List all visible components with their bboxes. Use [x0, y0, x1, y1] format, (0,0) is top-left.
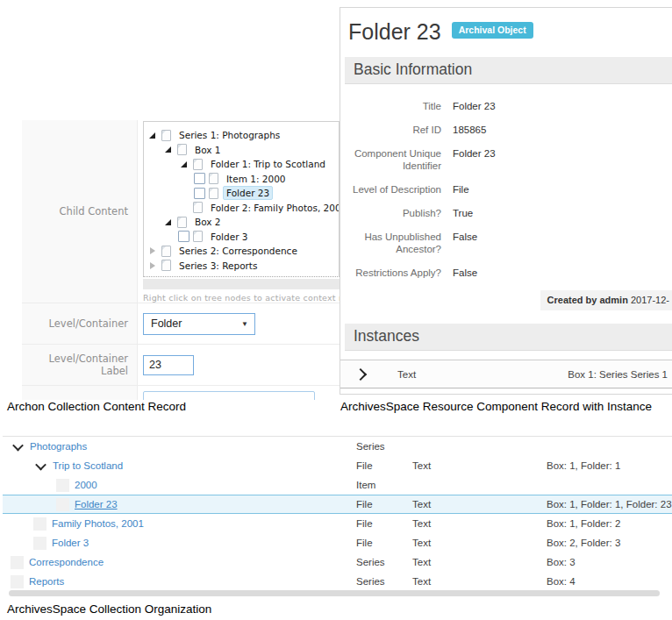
tree-node[interactable]: Series 2: Correspondence	[147, 244, 339, 259]
select-caret-icon: ▼	[241, 320, 248, 328]
container-label-input[interactable]	[143, 355, 194, 375]
tree-node[interactable]: Series 1: Photographs	[147, 128, 339, 143]
row-title-link[interactable]: Folder 3	[52, 538, 89, 548]
tree-node-label: Item 1: 2000	[223, 172, 290, 186]
expander-open-icon[interactable]	[162, 144, 174, 155]
record-field: TitleFolder 23	[347, 100, 672, 112]
tree-node[interactable]: Series 3: Reports	[147, 259, 339, 274]
table-row[interactable]: PhotographsSeries	[3, 437, 672, 456]
row-title-cell: Folder 3	[3, 537, 351, 550]
child-content-label: Child Content	[22, 120, 138, 303]
tree-node-label: Series 2: Correspondence	[175, 244, 301, 258]
toggle-placeholder	[56, 479, 69, 492]
row-container: Box: 3	[547, 557, 672, 567]
tree-node[interactable]: Folder 3	[147, 230, 339, 245]
expander-closed-icon[interactable]	[147, 260, 158, 271]
row-title-link[interactable]: Family Photos, 2001	[52, 518, 144, 529]
tree-node[interactable]: Item 1: 2000	[147, 172, 339, 187]
checkbox[interactable]	[194, 188, 205, 199]
field-value: File	[453, 183, 469, 196]
row-container: Box: 4	[547, 576, 672, 587]
org-caption: ArchivesSpace Collection Organization	[7, 602, 211, 616]
row-instance-type: Text	[412, 576, 547, 587]
table-row[interactable]: ReportsSeriesTextBox: 4	[3, 572, 672, 591]
row-container: Box: 2, Folder: 3	[547, 538, 672, 548]
instance-type: Text	[397, 369, 416, 380]
document-icon	[161, 246, 171, 257]
field-value: False	[453, 267, 477, 279]
row-title-cell: Folder 23	[3, 498, 351, 511]
table-row[interactable]: Trip to ScotlandFileTextBox: 1, Folder: …	[3, 456, 672, 475]
instances-section-header: Instances	[345, 324, 672, 351]
row-title-link[interactable]: Trip to Scotland	[53, 460, 123, 471]
child-content-row: Child Content Series 1: PhotographsBox 1…	[22, 120, 340, 303]
table-row[interactable]: Family Photos, 2001FileTextBox: 1, Folde…	[3, 514, 672, 533]
document-icon	[193, 159, 203, 170]
checkbox[interactable]	[178, 231, 189, 242]
toggle-placeholder	[33, 537, 46, 550]
table-row[interactable]: CorrespondenceSeriesTextBox: 3	[3, 552, 672, 572]
row-title-cell: Reports	[3, 575, 351, 588]
expander-open-icon[interactable]	[147, 130, 158, 141]
row-title-link[interactable]: 2000	[75, 480, 97, 490]
tree-node[interactable]: Folder 23	[147, 186, 339, 201]
row-title-cell: Photographs	[3, 439, 351, 453]
row-level: Item	[351, 480, 412, 490]
title-input[interactable]	[143, 391, 315, 400]
table-row[interactable]: 2000Item	[3, 475, 672, 495]
row-instance-type: Text	[412, 460, 547, 471]
row-title-link[interactable]: Correspondence	[29, 557, 104, 567]
record-field: Has Unpublished Ancestor?False	[347, 231, 672, 255]
row-level: File	[351, 538, 412, 548]
tree-node-label: Folder 2: Family Photos, 2001	[207, 201, 340, 215]
title-label: Title	[22, 386, 138, 400]
caret-down-icon[interactable]	[11, 439, 25, 453]
caret-down-icon[interactable]	[33, 459, 47, 473]
document-icon	[193, 202, 203, 213]
collection-organization-table: PhotographsSeriesTrip to ScotlandFileTex…	[3, 436, 672, 591]
expander-closed-icon[interactable]	[147, 246, 158, 257]
tree-hint-text: Right click on tree nodes to activate co…	[143, 293, 340, 303]
field-label: Component Unique Identifier	[347, 147, 441, 172]
field-label: Title	[347, 100, 441, 112]
row-level: Series	[351, 441, 412, 452]
instance-row[interactable]: Text Box 1: Series Series 1	[340, 360, 672, 388]
tree-node[interactable]: Folder 2: Family Photos, 2001	[147, 201, 339, 216]
horizontal-scrollbar[interactable]	[9, 590, 660, 596]
expander-open-icon[interactable]	[178, 159, 189, 170]
tree-node[interactable]: Folder 1: Trip to Scotland	[147, 157, 339, 172]
instance-container: Box 1: Series Series 1	[568, 369, 668, 380]
row-title-link[interactable]: Reports	[29, 576, 64, 587]
created-by-text: Created by admin	[547, 295, 628, 305]
expander-open-icon[interactable]	[162, 217, 174, 228]
record-heading: Folder 23 Archival Object	[348, 19, 672, 44]
toggle-placeholder	[11, 556, 24, 569]
record-field: Ref ID185865	[347, 124, 672, 136]
table-row[interactable]: Folder 23FileTextBox: 1, Folder: 1, Fold…	[3, 495, 672, 514]
row-instance-type: Text	[412, 499, 547, 510]
tree-node-label: Folder 3	[207, 230, 251, 244]
row-title-link[interactable]: Folder 23	[75, 499, 118, 510]
tree-node[interactable]: Box 2	[147, 215, 339, 230]
checkbox[interactable]	[194, 173, 205, 184]
row-title-link[interactable]: Photographs	[30, 441, 87, 452]
chevron-right-icon[interactable]	[354, 367, 367, 380]
field-label: Publish?	[347, 207, 441, 219]
tree-horizontal-scrollbar[interactable]	[143, 279, 340, 289]
child-content-field: Series 1: PhotographsBox 1Folder 1: Trip…	[138, 120, 340, 303]
row-level: File	[351, 499, 412, 510]
field-label: Has Unpublished Ancestor?	[347, 231, 441, 255]
table-row[interactable]: Folder 3FileTextBox: 2, Folder: 3	[3, 533, 672, 552]
created-by-stamp: Created by admin 2017-12-	[540, 290, 672, 310]
field-value: Folder 23	[453, 147, 496, 172]
tree-node[interactable]: Box 1	[147, 143, 339, 158]
row-level: File	[351, 518, 412, 529]
level-container-select[interactable]: Folder ▼	[143, 313, 255, 335]
field-value: 185865	[453, 124, 486, 136]
row-instance-type: Text	[412, 518, 547, 529]
container-label-row: Level/Container Label	[22, 344, 340, 385]
row-instance-type: Text	[412, 557, 547, 567]
aspace-record-caption: ArchivesSpace Resource Component Record …	[340, 400, 652, 413]
row-level: Series	[351, 576, 412, 587]
record-field: Restrictions Apply?False	[347, 267, 672, 279]
